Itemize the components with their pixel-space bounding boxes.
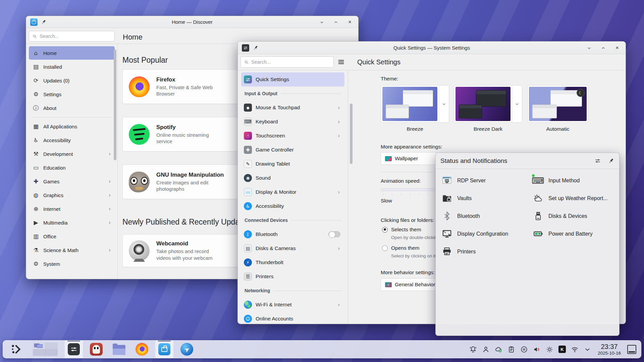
popup-item-printers[interactable]: Printers (438, 245, 530, 258)
pager-desktop-1[interactable] (33, 343, 45, 349)
discover-search-field[interactable] (29, 31, 115, 42)
settings-sidebar-item-keyboard[interactable]: ⌨Keyboard› (241, 115, 344, 129)
pin-icon[interactable] (41, 19, 47, 25)
popup-item-power-and-battery[interactable]: Power and Battery (530, 228, 617, 240)
popup-item-input-method[interactable]: ⌨Input Method (530, 174, 617, 187)
clipboard-icon[interactable] (507, 346, 515, 353)
show-desktop-button[interactable] (627, 345, 636, 354)
wallpaper-button[interactable]: Wallpaper (381, 152, 438, 165)
kate-icon[interactable]: K (558, 346, 566, 353)
close-button[interactable]: × (614, 45, 620, 51)
sidebar-item-system[interactable]: ⚙System (29, 257, 115, 270)
volume-icon[interactable] (533, 346, 541, 353)
settings-search-field[interactable] (240, 56, 334, 68)
settings-sidebar-item-accessibility[interactable]: ♿Accessibility (241, 199, 344, 213)
taskbar-item-system-settings-task[interactable] (65, 341, 83, 358)
taskbar-item-falkon[interactable]: ➤ (177, 341, 196, 358)
wifi-icon[interactable] (571, 346, 579, 353)
settings-search-input[interactable] (251, 59, 330, 65)
pager-desktop-3[interactable] (33, 350, 45, 356)
settings-sidebar-item-drawing-tablet[interactable]: ✎Drawing Tablet (241, 157, 344, 171)
taskbar-item-firefox[interactable] (132, 341, 151, 358)
sidebar-item-about[interactable]: ⓘAbout (29, 101, 115, 115)
media-pause-icon[interactable] (520, 346, 528, 353)
section-heading: Most Popular (122, 56, 168, 65)
settings-sidebar-item-bluetooth[interactable]: ᛒBluetooth (241, 227, 344, 241)
theme-dropdown-button[interactable] (512, 85, 522, 122)
pager-widget[interactable] (33, 343, 58, 356)
pager-desktop-4[interactable] (46, 350, 58, 356)
settings-sidebar-item-thunderbolt[interactable]: ⚡Thunderbolt (241, 255, 344, 269)
sidebar-item-graphics[interactable]: ◍Graphics› (29, 188, 115, 202)
sidebar-item-updates-0[interactable]: ⟳Updates (0) (29, 74, 115, 87)
sidebar-item-office[interactable]: ▥Office (29, 230, 115, 243)
sidebar-item-multimedia[interactable]: ▶Multimedia› (29, 216, 115, 229)
sidebar-item-internet[interactable]: ⊕Internet› (29, 202, 115, 216)
sidebar-item-accessibility[interactable]: ♿Accessibility (29, 133, 115, 147)
sidebar-item-label: Display & Monitor (256, 189, 338, 195)
popup-item-rdp-server[interactable]: RDP Server (438, 174, 530, 187)
sidebar-item-settings[interactable]: ⚙Settings (29, 87, 115, 101)
configure-icon[interactable] (594, 158, 601, 164)
discover-sidebar-scrollbar[interactable] (114, 50, 116, 160)
discover-titlebar[interactable]: Home — Discover × (26, 16, 358, 28)
thunderbolt-icon: ⚡ (244, 258, 252, 266)
user-icon[interactable] (482, 346, 490, 353)
popup-item-set-up-weather-report[interactable]: Set up Weather Report... (530, 192, 617, 205)
minimize-button[interactable] (586, 45, 592, 51)
settings-sidebar-item-display-monitor[interactable]: ▭Display & Monitor› (241, 185, 344, 199)
popup-item-display-configuration[interactable]: Display Configuration (438, 228, 530, 240)
radio-option-opens-them[interactable]: Opens them (382, 245, 419, 251)
taskbar-item-ghostwriter[interactable] (87, 341, 106, 358)
popup-item-bluetooth[interactable]: Bluetooth (438, 210, 530, 223)
settings-sidebar-item-touchscreen[interactable]: ☝Touchscreen› (241, 129, 344, 143)
radio-button[interactable] (382, 245, 388, 251)
popup-item-vaults[interactable]: Vaults (438, 192, 530, 205)
theme-card-breeze[interactable] (381, 85, 449, 123)
pager-desktop-2[interactable] (46, 343, 58, 349)
sidebar-item-label: Wi-Fi & Internet (256, 302, 338, 308)
sidebar-item-home[interactable]: ⌂Home (29, 46, 115, 60)
pin-icon[interactable] (253, 45, 259, 51)
brightness-icon[interactable] (546, 346, 553, 353)
settings-sidebar-item-mouse-touchpad[interactable]: ●Mouse & Touchpad› (241, 101, 344, 115)
notifications-icon[interactable] (469, 346, 477, 353)
settings-content-scrollbar[interactable] (350, 104, 353, 164)
settings-titlebar[interactable]: Quick Settings — System Settings × (238, 42, 626, 54)
settings-sidebar-item-online-accounts[interactable]: ☺Online Accounts (241, 312, 344, 324)
settings-sidebar-item-quick-settings[interactable]: Quick Settings (241, 72, 344, 86)
bluetooth-toggle[interactable] (328, 231, 340, 237)
close-button[interactable]: × (347, 19, 353, 25)
maximize-button[interactable] (600, 45, 606, 51)
taskbar-item-virtual-desktop-pager[interactable] (30, 341, 61, 358)
settings-sidebar-item-sound[interactable]: ◉Sound (241, 171, 344, 185)
cloud-sync-icon[interactable] (495, 346, 502, 353)
theme-card-automatic[interactable]: ☾ (527, 85, 588, 123)
chevron-down-icon[interactable] (584, 346, 591, 353)
radio-button[interactable] (382, 227, 388, 233)
theme-card-breeze-dark[interactable] (454, 85, 522, 123)
settings-sidebar-item-wi-fi-internet[interactable]: Wi-Fi & Internet› (241, 298, 344, 312)
sidebar-item-education[interactable]: ▭Education (29, 161, 115, 174)
sidebar-item-games[interactable]: ✚Games› (29, 175, 115, 188)
settings-sidebar-item-game-controller[interactable]: ✚Game Controller (241, 143, 344, 157)
sidebar-item-all-applications[interactable]: ▦All Applications (29, 120, 115, 133)
sidebar-item-development[interactable]: ⚒Development› (29, 147, 115, 161)
digital-clock[interactable]: 23:372025-10-16 (598, 343, 621, 356)
sidebar-item-label: Keyboard (256, 119, 338, 125)
sidebar-item-science-math[interactable]: ⚗Science & Math› (29, 243, 115, 257)
radio-option-selects-them[interactable]: Selects them (382, 227, 421, 233)
hamburger-menu-icon[interactable] (337, 58, 345, 66)
settings-sidebar-item-printers[interactable]: ☰Printers (241, 269, 344, 284)
discover-search-input[interactable] (40, 34, 111, 39)
sidebar-item-installed[interactable]: ▤Installed (29, 60, 115, 73)
pin-icon[interactable] (608, 158, 614, 164)
taskbar-item-dolphin-file-manager[interactable] (110, 341, 128, 358)
minimize-button[interactable] (319, 19, 325, 25)
maximize-button[interactable] (333, 19, 339, 25)
theme-dropdown-button[interactable] (439, 85, 449, 122)
settings-sidebar-item-disks-cameras[interactable]: ▤Disks & Cameras› (241, 241, 344, 255)
popup-item-disks-devices[interactable]: Disks & Devices (530, 210, 617, 223)
taskbar-item-application-launcher[interactable] (7, 341, 26, 358)
taskbar-item-discover-task[interactable] (155, 341, 173, 358)
